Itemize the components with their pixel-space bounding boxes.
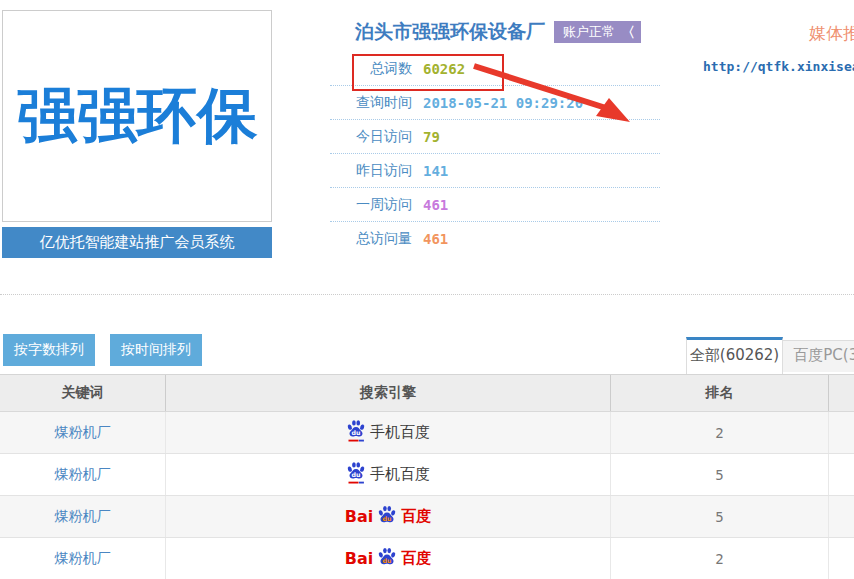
- table-body: 煤粉机厂du手机百度2煤粉机厂du手机百度5煤粉机厂Baidu百度5煤粉机厂Ba…: [0, 412, 854, 579]
- baidu-paw-icon: du: [377, 546, 397, 571]
- status-badge-label: 账户正常: [563, 23, 615, 41]
- rank-cell: 2: [715, 551, 723, 567]
- svg-text:du: du: [383, 515, 392, 522]
- stat-label: 一周访问: [330, 196, 412, 214]
- table-row: 煤粉机厂du手机百度2: [0, 412, 854, 454]
- mobile-baidu-icon: du: [346, 418, 366, 447]
- tab-baidu-pc[interactable]: 百度PC(30: [782, 340, 854, 372]
- baidu-logo-text: Bai: [345, 507, 373, 526]
- page-title: 泊头市强强环保设备厂: [355, 19, 545, 45]
- engine-label: 百度: [401, 507, 431, 526]
- company-logo-text: 强强环保: [17, 76, 257, 157]
- table-header-row: 关键词 搜索引擎 排名: [0, 374, 854, 412]
- table-row: 煤粉机厂Baidu百度2: [0, 538, 854, 579]
- stat-value: 141: [423, 163, 448, 179]
- engine-label: 手机百度: [370, 465, 430, 484]
- baidu-paw-icon: du: [377, 504, 397, 529]
- extra-cell: [829, 538, 854, 579]
- engine-baidu-pc: Baidu百度: [345, 546, 431, 571]
- svg-text:du: du: [352, 471, 361, 478]
- sort-by-wordcount-button[interactable]: 按字数排列: [3, 334, 95, 366]
- stat-label: 总访问量: [330, 230, 412, 248]
- header-rank: 排名: [611, 375, 829, 411]
- extra-cell: [829, 454, 854, 495]
- stat-value: 60262: [423, 61, 465, 77]
- keywords-table: 关键词 搜索引擎 排名 煤粉机厂du手机百度2煤粉机厂du手机百度5煤粉机厂Ba…: [0, 374, 854, 579]
- sort-by-time-button[interactable]: 按时间排列: [110, 334, 202, 366]
- stat-row-week-visits: 一周访问 461: [330, 188, 660, 222]
- account-header: 泊头市强强环保设备厂 账户正常 〈: [355, 19, 641, 45]
- stat-row-query-time: 查询时间 2018-05-21 09:29:20: [330, 86, 660, 120]
- keyword-cell: 煤粉机厂: [55, 508, 111, 526]
- stat-row-total-words: 总词数 60262: [330, 52, 660, 86]
- stat-row-total-visits: 总访问量 461: [330, 222, 660, 255]
- svg-text:du: du: [352, 429, 361, 436]
- page: 强强环保 亿优托智能建站推广会员系统 泊头市强强环保设备厂 账户正常 〈 总词数…: [0, 0, 854, 579]
- table-row: 煤粉机厂Baidu百度5: [0, 496, 854, 538]
- media-url[interactable]: http://qtfk.xinxisea.: [703, 59, 854, 74]
- extra-cell: [829, 496, 854, 537]
- table-row: 煤粉机厂du手机百度5: [0, 454, 854, 496]
- rank-cell: 5: [715, 509, 723, 525]
- header-search-engine: 搜索引擎: [166, 375, 611, 411]
- stat-value: 2018-05-21 09:29:20: [423, 95, 583, 111]
- stat-value: 79: [423, 129, 440, 145]
- stat-label: 查询时间: [330, 94, 412, 112]
- baidu-logo-text: Bai: [345, 549, 373, 568]
- stat-label: 总词数: [330, 60, 412, 78]
- company-logo: 强强环保: [2, 10, 272, 222]
- stat-row-today-visits: 今日访问 79: [330, 120, 660, 154]
- keyword-cell: 煤粉机厂: [55, 550, 111, 568]
- keyword-cell: 煤粉机厂: [55, 466, 111, 484]
- media-heading: 媒体推: [809, 22, 854, 45]
- stat-label: 昨日访问: [330, 162, 412, 180]
- stat-value: 461: [423, 231, 448, 247]
- engine-label: 手机百度: [370, 423, 430, 442]
- engine-baidu-pc: Baidu百度: [345, 504, 431, 529]
- stat-label: 今日访问: [330, 128, 412, 146]
- stats-list: 总词数 60262 查询时间 2018-05-21 09:29:20 今日访问 …: [330, 52, 660, 255]
- section-divider: [0, 294, 854, 295]
- rank-cell: 5: [715, 467, 723, 483]
- mobile-baidu-icon: du: [346, 460, 366, 489]
- keyword-cell: 煤粉机厂: [55, 424, 111, 442]
- header-keyword: 关键词: [0, 375, 166, 411]
- engine-label: 百度: [401, 549, 431, 568]
- status-badge: 账户正常 〈: [554, 21, 641, 43]
- system-banner: 亿优托智能建站推广会员系统: [2, 227, 272, 258]
- engine-mobile-baidu: du手机百度: [346, 460, 430, 489]
- stat-value: 461: [423, 197, 448, 213]
- engine-mobile-baidu: du手机百度: [346, 418, 430, 447]
- header-extra: [829, 375, 854, 411]
- ribbon-notch-icon: 〈: [621, 21, 635, 43]
- rank-cell: 2: [715, 425, 723, 441]
- svg-text:du: du: [383, 557, 392, 564]
- extra-cell: [829, 412, 854, 453]
- tab-all[interactable]: 全部(60262): [686, 337, 783, 374]
- stat-row-yesterday-visits: 昨日访问 141: [330, 154, 660, 188]
